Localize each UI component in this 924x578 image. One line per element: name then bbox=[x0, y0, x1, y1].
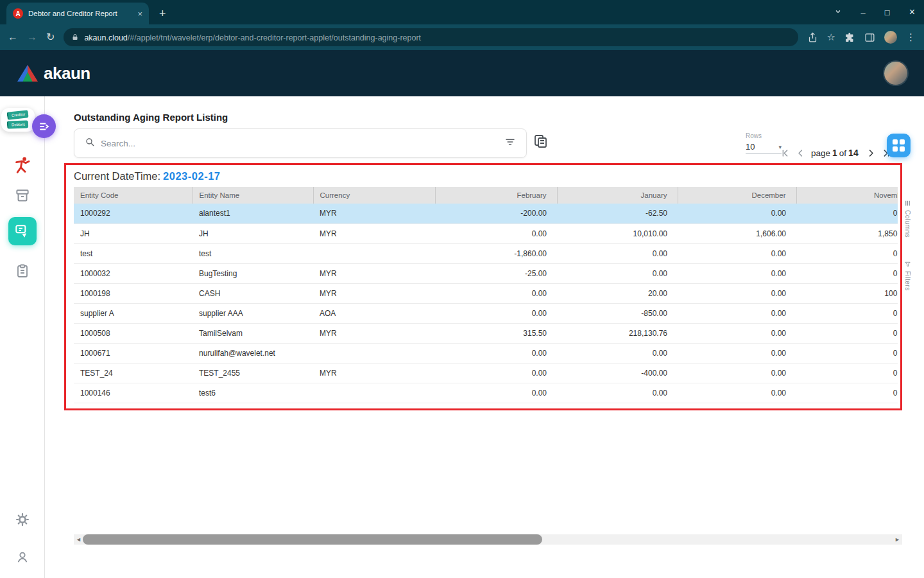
browser-tab-strip: A Debtor and Creditor Report × + – □ × bbox=[0, 0, 924, 24]
bookmark-star-icon[interactable]: ☆ bbox=[827, 31, 835, 43]
table-row[interactable]: TEST_24 TEST_2455 MYR 0.00 -400.00 0.00 … bbox=[74, 363, 898, 383]
table-row[interactable]: test test -1,860.00 0.00 0.00 0.00 bbox=[74, 243, 898, 263]
settings-gear-icon[interactable] bbox=[15, 512, 30, 527]
annotation-highlight-box: Current DateTime:2023-02-17 Entity Code … bbox=[64, 163, 902, 410]
creditor-tag: Creditor bbox=[7, 110, 29, 119]
table-row[interactable]: 1000508 TamilSelvam MYR 315.50 218,130.7… bbox=[74, 323, 898, 343]
view-toggle-icon[interactable] bbox=[533, 134, 548, 152]
page-indicator: page1of14 bbox=[811, 148, 860, 158]
brand-name: akaun bbox=[44, 64, 90, 83]
scrollbar-thumb[interactable] bbox=[83, 534, 542, 545]
apps-grid-button[interactable] bbox=[887, 134, 911, 157]
forward-button[interactable]: → bbox=[27, 32, 37, 42]
rows-value: 10 bbox=[746, 142, 755, 152]
search-input[interactable] bbox=[101, 139, 499, 148]
back-button[interactable]: ← bbox=[8, 32, 18, 42]
red-figure-icon bbox=[13, 155, 32, 175]
tab-title: Debtor and Creditor Report bbox=[28, 10, 132, 17]
applet-sticker[interactable]: Creditor Debtors bbox=[1, 108, 35, 132]
url-host: akaun.cloud bbox=[84, 33, 127, 42]
col-currency[interactable]: Currency bbox=[313, 187, 435, 204]
col-february[interactable]: February bbox=[435, 187, 557, 204]
search-box[interactable] bbox=[74, 128, 527, 158]
table-row[interactable]: 1000671 nurulifah@wavelet.net 0.00 0.00 … bbox=[74, 343, 898, 363]
lock-icon bbox=[71, 33, 79, 41]
new-tab-button[interactable]: + bbox=[159, 8, 166, 19]
share-icon[interactable] bbox=[807, 32, 818, 43]
columns-icon bbox=[904, 200, 911, 207]
applet-launcher: Creditor Debtors bbox=[1, 108, 35, 132]
browser-menu-icon[interactable]: ⋮ bbox=[906, 31, 916, 43]
address-bar[interactable]: akaun.cloud/#/applet/tnt/wavelet/erp/deb… bbox=[64, 28, 798, 46]
side-panel-icon[interactable] bbox=[864, 32, 875, 43]
table-row[interactable]: JH JH MYR 0.00 10,010.00 1,606.00 1,850.… bbox=[74, 223, 898, 243]
columns-tab[interactable]: Columns bbox=[902, 200, 913, 238]
screen: A Debtor and Creditor Report × + – □ × ←… bbox=[0, 0, 924, 578]
gear-icon bbox=[15, 512, 30, 527]
browser-toolbar: ← → ↻ akaun.cloud/#/applet/tnt/wavelet/e… bbox=[0, 24, 924, 50]
window-maximize-icon[interactable]: □ bbox=[885, 8, 890, 17]
sidebar-item-aging-report-active[interactable] bbox=[8, 217, 37, 245]
col-december[interactable]: December bbox=[678, 187, 796, 204]
table-row[interactable]: 1000146 test6 0.00 0.00 0.00 0.00 bbox=[74, 383, 898, 403]
table-row[interactable]: 1000292 alantest1 MYR -200.00 -62.50 0.0… bbox=[74, 204, 898, 223]
filter-icon[interactable] bbox=[504, 136, 516, 150]
table-side-tabs: Columns Filters bbox=[902, 198, 913, 292]
debtors-tag: Debtors bbox=[7, 120, 28, 128]
tab-favicon: A bbox=[13, 8, 23, 19]
person-icon bbox=[15, 550, 30, 564]
datetime-label: Current DateTime: bbox=[74, 170, 160, 182]
table-row[interactable]: 1000032 BugTesting MYR -25.00 0.00 0.00 … bbox=[74, 263, 898, 283]
app-sidebar bbox=[0, 96, 45, 578]
window-controls: – □ × bbox=[834, 0, 915, 24]
app-body: Creditor Debtors bbox=[0, 96, 924, 578]
akaun-logo-triangle-icon bbox=[17, 64, 38, 82]
next-page-button[interactable] bbox=[866, 148, 876, 158]
sidebar-item-clipboard[interactable] bbox=[15, 263, 30, 279]
total-pages: 14 bbox=[848, 148, 859, 158]
grid-icon bbox=[893, 139, 905, 152]
archive-box-icon bbox=[14, 188, 31, 204]
clipboard-icon bbox=[15, 263, 30, 279]
rows-per-page-select[interactable]: 10 ▾ bbox=[746, 142, 782, 154]
current-page: 1 bbox=[832, 148, 837, 158]
table-row[interactable]: supplier A supplier AAA AOA 0.00 -850.00… bbox=[74, 303, 898, 323]
window-close-icon[interactable]: × bbox=[909, 7, 915, 17]
table-header-row: Entity Code Entity Name Currency Februar… bbox=[74, 187, 898, 204]
browser-tab[interactable]: A Debtor and Creditor Report × bbox=[6, 3, 149, 24]
col-entity-name[interactable]: Entity Name bbox=[193, 187, 313, 204]
tab-close-icon[interactable]: × bbox=[137, 9, 142, 19]
previous-page-button[interactable] bbox=[796, 148, 805, 158]
first-page-button[interactable] bbox=[780, 148, 790, 158]
page-title: Outstanding Aging Report Listing bbox=[74, 112, 228, 123]
extensions-puzzle-icon[interactable] bbox=[844, 32, 855, 43]
expand-sidebar-button[interactable] bbox=[32, 114, 56, 138]
filters-tab[interactable]: Filters bbox=[902, 261, 913, 291]
browser-profile-avatar[interactable] bbox=[884, 31, 897, 44]
akaun-logo[interactable]: akaun bbox=[17, 64, 90, 83]
user-avatar[interactable] bbox=[884, 62, 907, 85]
report-hand-icon bbox=[14, 223, 31, 240]
sidebar-item-marketplace[interactable] bbox=[13, 155, 32, 175]
profile-person-icon[interactable] bbox=[15, 550, 30, 564]
col-november[interactable]: November bbox=[796, 187, 898, 204]
pagination: page1of14 bbox=[780, 148, 891, 158]
url-path: /#/applet/tnt/wavelet/erp/debtor-and-cre… bbox=[128, 33, 421, 42]
datetime-value: 2023-02-17 bbox=[163, 170, 220, 182]
col-entity-code[interactable]: Entity Code bbox=[74, 187, 193, 204]
main-content: Outstanding Aging Report Listing Rows 10… bbox=[45, 96, 924, 578]
report-table-wrap: Entity Code Entity Name Currency Februar… bbox=[74, 187, 898, 403]
scroll-right-arrow[interactable]: ► bbox=[894, 537, 900, 543]
report-table: Entity Code Entity Name Currency Februar… bbox=[74, 187, 898, 403]
rows-per-page-control: Rows 10 ▾ bbox=[746, 132, 782, 154]
window-chevron-icon[interactable] bbox=[834, 8, 842, 17]
table-row[interactable]: 1000198 CASH MYR 0.00 20.00 0.00 100.00 bbox=[74, 283, 898, 303]
sidebar-item-archive[interactable] bbox=[14, 188, 31, 204]
window-minimize-icon[interactable]: – bbox=[861, 8, 866, 17]
current-datetime: Current DateTime:2023-02-17 bbox=[66, 165, 900, 187]
reload-button[interactable]: ↻ bbox=[46, 32, 55, 42]
col-january[interactable]: January bbox=[557, 187, 678, 204]
app-header: akaun bbox=[0, 50, 924, 96]
scroll-left-arrow[interactable]: ◄ bbox=[76, 537, 81, 543]
horizontal-scrollbar[interactable]: ◄ ► bbox=[74, 534, 902, 545]
